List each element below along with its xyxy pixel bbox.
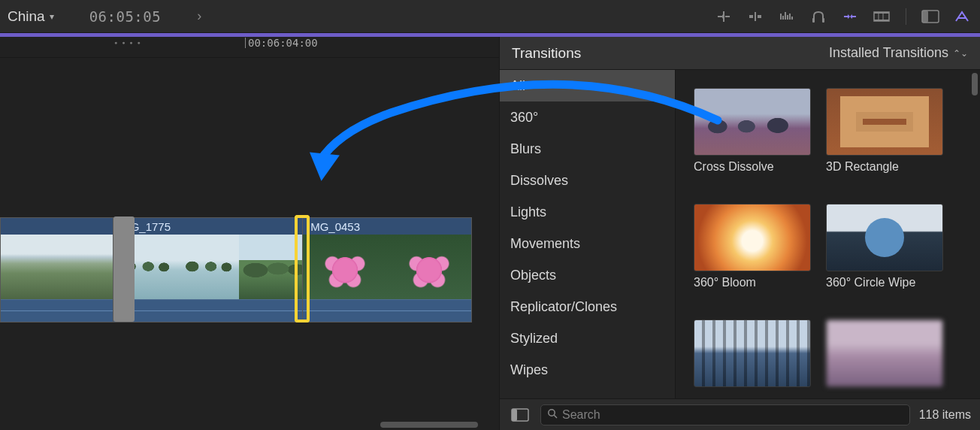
clip-segment[interactable]: [0, 217, 113, 322]
category-dissolves[interactable]: Dissolves: [500, 165, 675, 196]
svg-point-14: [549, 410, 555, 416]
clip-audio-lane[interactable]: [113, 299, 302, 322]
item-count-label: 118 items: [919, 408, 971, 422]
clip-thumbnail: [57, 235, 113, 299]
ruler-tick: 00:06:04:00: [245, 37, 318, 49]
search-box[interactable]: [540, 404, 910, 425]
svg-rect-1: [758, 15, 761, 18]
clip-audio-lane[interactable]: [303, 299, 471, 322]
grid-scrollbar[interactable]: [972, 73, 978, 95]
clip-segment[interactable]: IMG_1775: [113, 217, 302, 322]
svg-rect-11: [922, 11, 928, 23]
timeline-scrollbar[interactable]: [380, 422, 478, 428]
updown-icon: ⌃⌄: [953, 48, 968, 59]
category-stylized[interactable]: Stylized: [500, 322, 675, 354]
category-360[interactable]: 360°: [500, 101, 675, 133]
skimming-icon[interactable]: [713, 7, 734, 26]
project-name-label: China: [8, 8, 45, 25]
clip-label: IMG_0453: [303, 218, 471, 235]
clip-thumbnail: [1, 235, 57, 299]
svg-rect-3: [812, 18, 815, 23]
svg-rect-0: [749, 15, 753, 18]
transition-thumbnail: [826, 204, 943, 271]
clip-audio-lane[interactable]: [1, 299, 113, 322]
project-selector[interactable]: China ▾: [8, 8, 65, 25]
clip-thumbnail: [387, 235, 471, 299]
category-replicator[interactable]: Replicator/Clones: [500, 291, 675, 322]
clip-gap-handle[interactable]: [113, 217, 135, 322]
transition-item[interactable]: [694, 319, 811, 398]
timecode-display[interactable]: 06:05:05: [89, 8, 162, 25]
audio-skimming-icon[interactable]: [745, 7, 766, 26]
transition-thumbnail: [694, 319, 811, 387]
transition-cross-dissolve[interactable]: Cross Dissolve: [694, 88, 811, 186]
clip-segment[interactable]: IMG_0453: [302, 217, 472, 322]
category-lights[interactable]: Lights: [500, 196, 675, 228]
transition-label: 3D Rectangle: [826, 160, 943, 174]
transition-thumbnail: [826, 319, 943, 387]
window-layout-icon[interactable]: [920, 7, 941, 26]
category-all[interactable]: All: [500, 70, 675, 101]
panel-title: Transitions: [512, 45, 829, 62]
svg-rect-7: [874, 20, 889, 21]
ruler-marker-dots: ● ● ● ●: [114, 40, 142, 45]
transition-3d-rectangle[interactable]: 3D Rectangle: [826, 88, 943, 186]
transition-360-bloom[interactable]: 360° Bloom: [694, 204, 811, 301]
category-sidebar: All 360° Blurs Dissolves Lights Movement…: [500, 70, 676, 398]
svg-rect-2: [755, 12, 756, 21]
clip-thumbnail: [177, 235, 240, 299]
transitions-header: Transitions Installed Transitions ⌃⌄: [500, 37, 980, 70]
clip-thumbnail: [239, 235, 302, 299]
category-blurs[interactable]: Blurs: [500, 133, 675, 165]
transition-item[interactable]: [826, 319, 943, 398]
clip-thumbnail: [303, 235, 387, 299]
chevron-down-icon: ▾: [50, 11, 54, 22]
ruler-time-label: 00:06:04:00: [248, 37, 318, 49]
transition-360-circle-wipe[interactable]: 360° Circle Wipe: [826, 204, 943, 301]
share-icon[interactable]: [951, 7, 972, 26]
browser-bottom-bar: 118 items: [500, 398, 980, 430]
search-icon: [547, 408, 558, 421]
svg-rect-13: [512, 409, 517, 421]
clip-label: [1, 218, 113, 235]
timeline-area[interactable]: ● ● ● ● 00:06:04:00 IMG_1775: [0, 37, 499, 430]
transition-thumbnail: [694, 88, 811, 156]
clip-label: IMG_1775: [113, 218, 302, 235]
transitions-browser: Transitions Installed Transitions ⌃⌄ All…: [499, 37, 980, 430]
svg-rect-6: [874, 12, 889, 14]
headphones-icon[interactable]: [808, 7, 829, 26]
waveform-icon[interactable]: [776, 7, 797, 26]
filmstrip-icon[interactable]: [871, 7, 892, 26]
next-marker-icon[interactable]: ›: [197, 8, 201, 24]
snapping-icon[interactable]: [839, 7, 861, 26]
filter-label: Installed Transitions: [829, 45, 948, 61]
category-movements[interactable]: Movements: [500, 228, 675, 259]
top-toolbar: China ▾ 06:05:05 ›: [0, 0, 980, 33]
svg-rect-4: [822, 18, 824, 23]
transition-thumbnail: [826, 88, 943, 156]
sidebar-toggle-icon[interactable]: [509, 406, 531, 424]
transition-label: 360° Bloom: [694, 276, 811, 289]
svg-line-15: [554, 415, 557, 418]
transitions-grid: Cross Dissolve 3D Rectangle 360° Bloom 3…: [676, 70, 980, 398]
transition-label: Cross Dissolve: [694, 160, 811, 174]
primary-storyline[interactable]: IMG_1775 IMG_0453: [0, 217, 472, 322]
filter-dropdown[interactable]: Installed Transitions ⌃⌄: [829, 45, 968, 61]
search-input[interactable]: [562, 408, 903, 422]
transition-thumbnail: [694, 204, 811, 271]
category-objects[interactable]: Objects: [500, 259, 675, 291]
transition-label: 360° Circle Wipe: [826, 276, 943, 289]
timeline-ruler[interactable]: ● ● ● ● 00:06:04:00: [0, 37, 499, 58]
category-wipes[interactable]: Wipes: [500, 354, 675, 386]
